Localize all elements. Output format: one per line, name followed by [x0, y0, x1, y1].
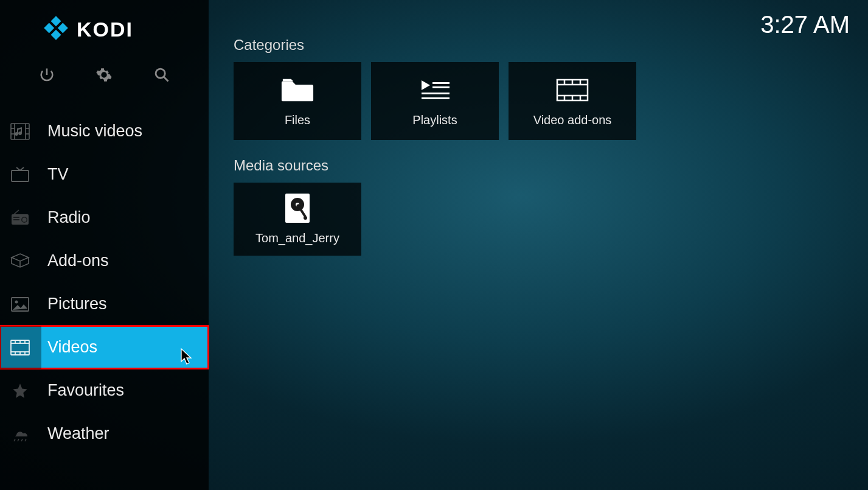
category-card-playlists[interactable]: Playlists: [371, 62, 499, 140]
sidebar-item-radio[interactable]: Radio: [0, 196, 209, 239]
svg-rect-2: [44, 23, 54, 33]
svg-point-24: [15, 300, 18, 303]
tv-icon: [10, 164, 30, 185]
categories-row: Files Playlists Video add-ons: [234, 62, 856, 140]
svg-rect-3: [51, 30, 61, 40]
svg-rect-40: [422, 93, 450, 94]
media-source-card[interactable]: Tom_and_Jerry: [234, 183, 361, 256]
svg-rect-20: [13, 219, 19, 220]
card-label: Playlists: [412, 113, 457, 127]
sidebar-item-label: Music videos: [47, 122, 142, 141]
sidebar-item-label: Weather: [47, 424, 109, 443]
radio-icon: [10, 208, 30, 228]
music-video-icon: [10, 121, 30, 142]
svg-rect-13: [12, 170, 29, 181]
sidebar-item-label: TV: [47, 165, 69, 184]
svg-rect-1: [58, 23, 68, 33]
weather-icon: [10, 424, 30, 444]
sidebar-item-label: Add-ons: [47, 251, 109, 270]
addons-icon: [10, 251, 30, 271]
svg-line-21: [14, 210, 19, 214]
sidebar-item-label: Videos: [47, 338, 97, 357]
svg-line-36: [21, 439, 23, 441]
svg-rect-19: [13, 217, 19, 218]
section-title-media-sources: Media sources: [234, 157, 856, 174]
svg-rect-0: [51, 16, 61, 26]
playlist-icon: [418, 75, 452, 105]
card-label: Tom_and_Jerry: [255, 231, 339, 245]
svg-point-18: [23, 217, 27, 222]
settings-button[interactable]: [95, 66, 113, 84]
card-label: Files: [285, 113, 310, 127]
sidebar-item-label: Favourites: [47, 381, 124, 400]
film-icon: [555, 75, 589, 105]
svg-point-4: [156, 69, 165, 78]
media-sources-row: Tom_and_Jerry: [234, 183, 856, 256]
search-button[interactable]: [153, 66, 171, 84]
sidebar-item-music-videos[interactable]: Music videos: [0, 110, 209, 153]
section-title-categories: Categories: [234, 37, 856, 54]
sidebar-item-favourites[interactable]: Favourites: [0, 369, 209, 412]
app-logo: KODI: [0, 0, 209, 43]
app-name: KODI: [77, 18, 133, 41]
sidebar-item-addons[interactable]: Add-ons: [0, 239, 209, 282]
svg-line-34: [14, 439, 15, 441]
sidebar-item-weather[interactable]: Weather: [0, 412, 209, 455]
main-content: Categories Files Playlists Video add-ons…: [234, 37, 856, 273]
category-card-files[interactable]: Files: [234, 62, 361, 140]
clock: 3:27 AM: [760, 11, 850, 38]
sidebar-item-label: Pictures: [47, 295, 107, 313]
svg-line-5: [164, 77, 168, 82]
svg-rect-38: [432, 82, 450, 84]
svg-point-54: [304, 216, 307, 220]
pictures-icon: [10, 294, 30, 315]
card-label: Video add-ons: [533, 113, 612, 127]
sidebar-item-pictures[interactable]: Pictures: [0, 282, 209, 326]
sidebar-toolbar: [0, 43, 209, 96]
videos-icon: [10, 337, 30, 358]
category-card-video-addons[interactable]: Video add-ons: [509, 62, 636, 140]
svg-rect-41: [422, 97, 450, 99]
sidebar-item-videos[interactable]: Videos: [0, 326, 209, 369]
power-button[interactable]: [38, 66, 56, 84]
sidebar-item-label: Radio: [47, 208, 91, 227]
kodi-logo-icon: [44, 16, 68, 43]
svg-rect-6: [11, 124, 29, 139]
svg-line-35: [18, 439, 19, 441]
sidebar-item-tv[interactable]: TV: [0, 153, 209, 196]
harddrive-icon: [280, 194, 314, 223]
folder-icon: [280, 75, 314, 105]
star-icon: [10, 380, 30, 401]
mouse-cursor-icon: [181, 348, 193, 365]
svg-rect-39: [432, 86, 450, 88]
sidebar: KODI Music videos TV Ra: [0, 0, 209, 490]
svg-line-37: [25, 439, 26, 441]
sidebar-nav: Music videos TV Radio Add-ons Pictures: [0, 110, 209, 455]
